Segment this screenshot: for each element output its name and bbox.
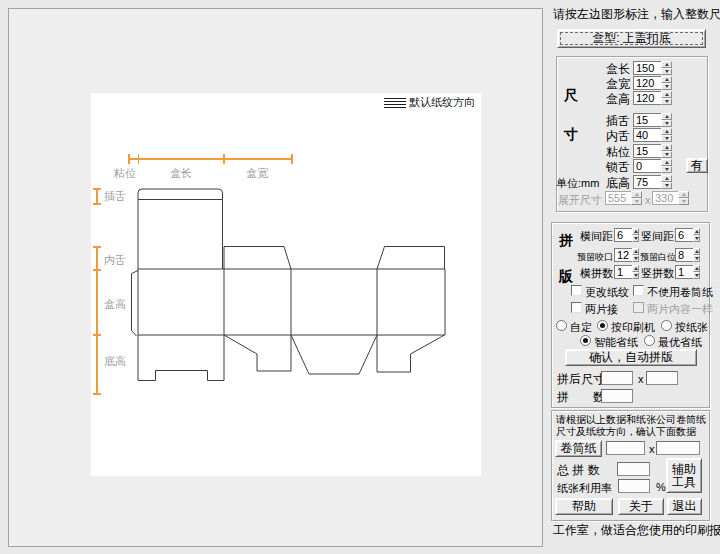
field-label-glue: 粘位 [585,145,630,159]
paper-utilization-field[interactable] [618,479,650,493]
after-size-sep: x [638,372,644,386]
two-piece-same-label: 两片内容一样 [647,302,713,316]
help-button[interactable]: 帮助 [555,498,613,515]
change-grain-label: 更改纸纹 [585,285,629,299]
size-group-title-2: 寸 [564,127,578,141]
by-press-radio[interactable] [597,320,608,331]
exit-button[interactable]: 退出 [667,498,702,515]
spin-down[interactable] [632,272,639,279]
roll-height-field[interactable] [656,441,700,455]
spin-up[interactable] [661,175,672,182]
v-gap-input[interactable]: 6 [675,228,700,242]
no-roll-paper-checkbox[interactable] [633,285,644,296]
dieline-drawing [91,93,481,476]
two-piece-checkbox[interactable] [571,302,582,313]
tuck-input[interactable]: 15 [633,113,672,127]
spin-up[interactable] [661,61,672,68]
spin-down[interactable] [661,182,672,189]
spin-down[interactable] [661,120,672,127]
field-label-box-width: 盒宽 [585,77,630,91]
v-count-input[interactable]: 1 [675,265,700,279]
about-button[interactable]: 关于 [618,498,664,515]
margin-label: 预留白位 [640,250,674,264]
field-label-lock: 锁舌 [585,160,630,174]
two-piece-same-checkbox [633,302,644,313]
v-count-label: 竖拼数 [640,266,674,280]
spin-up[interactable] [693,248,700,255]
spin-down[interactable] [661,68,672,75]
glue-input[interactable]: 15 [633,144,672,158]
by-paper-radio-label: 按纸张 [675,320,708,334]
spin-up[interactable] [661,159,672,166]
spin-up[interactable] [661,76,672,83]
spin-down[interactable] [661,135,672,142]
field-label-box-length: 盒长 [585,62,630,76]
lock-input[interactable]: 0 [633,159,672,173]
confirm-impose-button[interactable]: 确认，自动拼版 [565,349,697,366]
spin-down[interactable] [693,235,700,242]
best-save-radio-label: 最优省纸 [658,335,702,349]
box-width-input[interactable]: 120 [633,76,672,90]
box-length-input[interactable]: 150 [633,61,672,75]
total-count-field[interactable] [617,462,650,476]
spin-up[interactable] [632,228,639,235]
status-text: 工作室，做适合您使用的印刷报价软件 [553,523,720,537]
spin-down[interactable] [661,166,672,173]
smart-save-radio[interactable] [580,335,591,346]
spin-up[interactable] [661,113,672,120]
dieline-canvas: 默认纸纹方向 [91,93,481,476]
focus-rect [560,32,703,45]
dim-label-bottomheight: 底高 [104,354,126,369]
h-gap-label: 横间距 [577,229,613,243]
dim-label-innerflap: 内舌 [104,253,126,268]
instruction-text: 请按左边图形标注，输入整数尺寸。 [553,7,720,21]
lock-enable-button[interactable]: 有 [686,158,708,173]
margin-input[interactable]: 8 [675,248,700,262]
dieline-outline [132,189,446,381]
paper-note-line2: 尺寸及纸纹方向，确认下面数据 [556,425,696,439]
spin-up[interactable] [693,228,700,235]
spin-down[interactable] [693,255,700,262]
box-length-value[interactable]: 150 [633,61,661,75]
change-grain-checkbox[interactable] [571,285,582,296]
spin-up[interactable] [661,91,672,98]
roll-paper-button[interactable]: 卷筒纸 [555,440,602,457]
best-save-radio[interactable] [644,335,655,346]
spin-down[interactable] [632,255,639,262]
spin-up[interactable] [632,265,639,272]
spin-down[interactable] [632,235,639,242]
spin-down[interactable] [661,83,672,90]
app-window: 默认纸纹方向 [0,0,720,554]
roll-sep: x [649,442,655,456]
drawing-panel: 默认纸纹方向 [8,8,543,547]
spin-up[interactable] [693,265,700,272]
custom-radio[interactable] [556,320,567,331]
v-gap-label: 竖间距 [640,229,674,243]
spin-down[interactable] [661,98,672,105]
by-paper-radio[interactable] [661,320,672,331]
box-type-button[interactable]: 盒型: 上盖扣底 [557,29,706,48]
spin-up[interactable] [661,144,672,151]
spin-down[interactable] [661,151,672,158]
spin-up[interactable] [632,248,639,255]
dim-label-height: 盒高 [104,297,126,312]
h-gap-input[interactable]: 6 [614,228,639,242]
h-count-input[interactable]: 1 [614,265,639,279]
spin-up[interactable] [661,128,672,135]
gripper-label: 预留咬口 [577,250,613,264]
unfold-height-input: 330 [652,191,689,205]
box-height-input[interactable]: 120 [633,91,672,105]
size-group-title-1: 尺 [564,88,578,102]
gripper-input[interactable]: 12 [614,248,639,262]
helper-tools-button[interactable]: 辅助 工具 [666,458,702,493]
impose-count-field[interactable] [601,389,633,403]
unfold-size-label: 展开尺寸 [558,193,602,207]
roll-width-field[interactable] [606,441,645,455]
dim-label-width: 盒宽 [246,166,268,181]
after-height-field[interactable] [646,371,678,385]
inner-flap-input[interactable]: 40 [633,128,672,142]
after-size-label: 拼后尺寸 [557,372,605,386]
after-width-field[interactable] [601,371,633,385]
bottom-height-input[interactable]: 75 [633,175,672,189]
spin-down[interactable] [693,272,700,279]
